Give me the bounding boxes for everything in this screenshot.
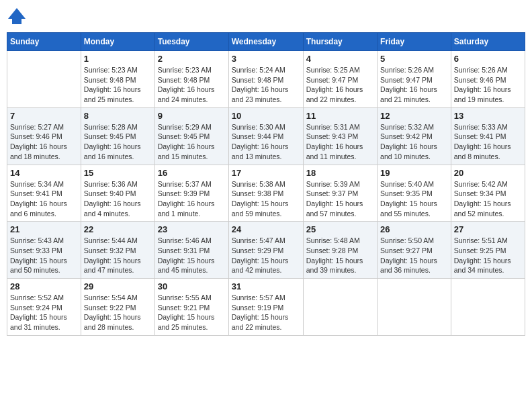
day-number: 12 [380,111,448,121]
day-info: Sunrise: 5:23 AMSunset: 9:48 PMDaylight:… [158,65,226,105]
calendar-cell: 28Sunrise: 5:52 AMSunset: 9:24 PMDayligh… [7,279,81,336]
day-number: 21 [10,224,78,234]
day-info: Sunrise: 5:46 AMSunset: 9:31 PMDaylight:… [158,236,226,275]
day-number: 23 [158,224,226,234]
calendar-cell: 3Sunrise: 5:24 AMSunset: 9:48 PMDaylight… [228,51,303,108]
calendar-cell: 13Sunrise: 5:33 AMSunset: 9:41 PMDayligh… [451,107,525,165]
calendar-cell: 30Sunrise: 5:55 AMSunset: 9:21 PMDayligh… [154,279,228,336]
day-number: 24 [232,224,300,234]
day-info: Sunrise: 5:32 AMSunset: 9:42 PMDaylight:… [380,122,448,162]
day-info: Sunrise: 5:42 AMSunset: 9:34 PMDaylight:… [454,179,522,219]
calendar-cell: 12Sunrise: 5:32 AMSunset: 9:42 PMDayligh… [378,107,451,165]
day-info: Sunrise: 5:25 AMSunset: 9:47 PMDaylight:… [306,65,374,105]
day-number: 27 [454,224,522,234]
day-info: Sunrise: 5:34 AMSunset: 9:41 PMDaylight:… [10,179,78,219]
day-info: Sunrise: 5:30 AMSunset: 9:44 PMDaylight:… [232,122,300,162]
calendar-cell: 22Sunrise: 5:44 AMSunset: 9:32 PMDayligh… [81,222,154,279]
calendar-cell: 29Sunrise: 5:54 AMSunset: 9:22 PMDayligh… [81,279,154,336]
day-info: Sunrise: 5:31 AMSunset: 9:43 PMDaylight:… [306,122,374,162]
day-number: 14 [10,168,78,178]
day-info: Sunrise: 5:44 AMSunset: 9:32 PMDaylight:… [84,236,152,275]
day-info: Sunrise: 5:28 AMSunset: 9:45 PMDaylight:… [84,122,152,162]
calendar-cell: 31Sunrise: 5:57 AMSunset: 9:19 PMDayligh… [228,279,303,336]
day-number: 3 [232,54,300,64]
day-number: 19 [380,168,448,178]
calendar-cell [303,279,377,336]
day-info: Sunrise: 5:40 AMSunset: 9:35 PMDaylight:… [380,179,448,219]
calendar-cell [451,279,525,336]
day-info: Sunrise: 5:50 AMSunset: 9:27 PMDaylight:… [380,236,448,275]
week-row-5: 28Sunrise: 5:52 AMSunset: 9:24 PMDayligh… [7,279,525,336]
day-info: Sunrise: 5:47 AMSunset: 9:29 PMDaylight:… [232,236,300,275]
calendar-cell: 7Sunrise: 5:27 AMSunset: 9:46 PMDaylight… [7,107,81,165]
day-number: 16 [158,168,226,178]
day-number: 18 [306,168,374,178]
calendar-cell [7,51,81,108]
header-row: SundayMondayTuesdayWednesdayThursdayFrid… [7,33,525,51]
calendar-cell: 19Sunrise: 5:40 AMSunset: 9:35 PMDayligh… [378,165,451,222]
svg-rect-1 [12,19,21,24]
day-number: 26 [380,224,448,234]
day-number: 9 [158,111,226,121]
day-info: Sunrise: 5:37 AMSunset: 9:39 PMDaylight:… [158,179,226,219]
day-number: 31 [232,281,300,291]
calendar-cell: 21Sunrise: 5:43 AMSunset: 9:33 PMDayligh… [7,222,81,279]
week-row-2: 7Sunrise: 5:27 AMSunset: 9:46 PMDaylight… [7,107,525,165]
day-number: 25 [306,224,374,234]
day-info: Sunrise: 5:39 AMSunset: 9:37 PMDaylight:… [306,179,374,219]
logo-icon [7,7,27,27]
day-number: 29 [84,281,152,291]
day-number: 8 [84,111,152,121]
day-info: Sunrise: 5:26 AMSunset: 9:47 PMDaylight:… [380,65,448,105]
day-number: 17 [232,168,300,178]
calendar-cell: 6Sunrise: 5:26 AMSunset: 9:46 PMDaylight… [451,51,525,108]
day-number: 5 [380,54,448,64]
calendar-cell: 8Sunrise: 5:28 AMSunset: 9:45 PMDaylight… [81,107,154,165]
day-number: 10 [232,111,300,121]
column-header-sunday: Sunday [7,33,81,51]
day-info: Sunrise: 5:27 AMSunset: 9:46 PMDaylight:… [10,122,78,162]
day-info: Sunrise: 5:26 AMSunset: 9:46 PMDaylight:… [454,65,522,105]
day-number: 6 [454,54,522,64]
calendar-cell: 2Sunrise: 5:23 AMSunset: 9:48 PMDaylight… [154,51,228,108]
calendar-cell: 23Sunrise: 5:46 AMSunset: 9:31 PMDayligh… [154,222,228,279]
day-info: Sunrise: 5:24 AMSunset: 9:48 PMDaylight:… [232,65,300,105]
day-info: Sunrise: 5:55 AMSunset: 9:21 PMDaylight:… [158,293,226,332]
calendar-cell: 25Sunrise: 5:48 AMSunset: 9:28 PMDayligh… [303,222,377,279]
day-info: Sunrise: 5:33 AMSunset: 9:41 PMDaylight:… [454,122,522,162]
page-header [7,7,525,27]
column-header-wednesday: Wednesday [228,33,303,51]
column-header-saturday: Saturday [451,33,525,51]
calendar-cell: 16Sunrise: 5:37 AMSunset: 9:39 PMDayligh… [154,165,228,222]
calendar-cell: 20Sunrise: 5:42 AMSunset: 9:34 PMDayligh… [451,165,525,222]
day-number: 20 [454,168,522,178]
calendar-cell: 11Sunrise: 5:31 AMSunset: 9:43 PMDayligh… [303,107,377,165]
day-number: 28 [10,281,78,291]
calendar-cell: 1Sunrise: 5:23 AMSunset: 9:48 PMDaylight… [81,51,154,108]
day-info: Sunrise: 5:51 AMSunset: 9:25 PMDaylight:… [454,236,522,275]
calendar-cell: 15Sunrise: 5:36 AMSunset: 9:40 PMDayligh… [81,165,154,222]
calendar-cell: 18Sunrise: 5:39 AMSunset: 9:37 PMDayligh… [303,165,377,222]
week-row-3: 14Sunrise: 5:34 AMSunset: 9:41 PMDayligh… [7,165,525,222]
day-info: Sunrise: 5:57 AMSunset: 9:19 PMDaylight:… [232,293,300,332]
day-number: 7 [10,111,78,121]
day-number: 13 [454,111,522,121]
day-info: Sunrise: 5:38 AMSunset: 9:38 PMDaylight:… [232,179,300,219]
column-header-monday: Monday [81,33,154,51]
week-row-1: 1Sunrise: 5:23 AMSunset: 9:48 PMDaylight… [7,51,525,108]
calendar-cell: 9Sunrise: 5:29 AMSunset: 9:45 PMDaylight… [154,107,228,165]
column-header-thursday: Thursday [303,33,377,51]
day-info: Sunrise: 5:29 AMSunset: 9:45 PMDaylight:… [158,122,226,162]
calendar-cell: 17Sunrise: 5:38 AMSunset: 9:38 PMDayligh… [228,165,303,222]
column-header-tuesday: Tuesday [154,33,228,51]
day-info: Sunrise: 5:23 AMSunset: 9:48 PMDaylight:… [84,65,152,105]
calendar-cell: 24Sunrise: 5:47 AMSunset: 9:29 PMDayligh… [228,222,303,279]
calendar-cell: 26Sunrise: 5:50 AMSunset: 9:27 PMDayligh… [378,222,451,279]
calendar-cell: 4Sunrise: 5:25 AMSunset: 9:47 PMDaylight… [303,51,377,108]
calendar-body: 1Sunrise: 5:23 AMSunset: 9:48 PMDaylight… [7,51,525,336]
calendar-cell: 5Sunrise: 5:26 AMSunset: 9:47 PMDaylight… [378,51,451,108]
day-number: 11 [306,111,374,121]
day-number: 1 [84,54,152,64]
svg-marker-0 [8,8,26,19]
calendar-cell [378,279,451,336]
